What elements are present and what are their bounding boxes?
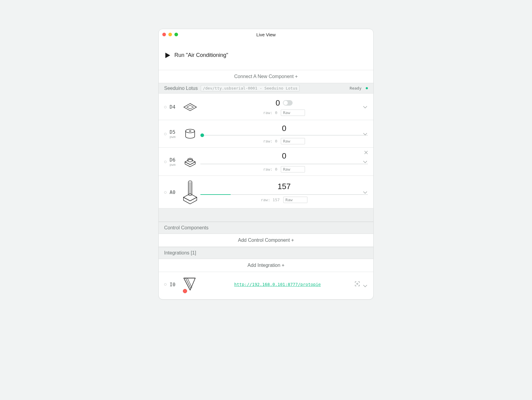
status-dot-red-icon bbox=[183, 289, 187, 293]
pin-value: 0 bbox=[276, 98, 280, 108]
app-window: Live View Run "Air Conditioning" Connect… bbox=[158, 29, 374, 300]
pin-label: D5 bbox=[170, 129, 180, 135]
svg-point-16 bbox=[357, 283, 358, 284]
pin-value: 0 bbox=[282, 124, 286, 133]
device-status: Ready bbox=[350, 86, 362, 90]
pin-track bbox=[200, 164, 368, 164]
window-zoom-icon[interactable] bbox=[174, 33, 178, 36]
window-close-icon[interactable] bbox=[162, 33, 166, 36]
integration-label: I0 bbox=[170, 282, 180, 287]
pin-label: D6 bbox=[170, 157, 180, 163]
pin-mode-select[interactable]: Raw bbox=[281, 138, 305, 144]
component-cylinder-icon bbox=[180, 128, 200, 140]
chevron-down-icon[interactable] bbox=[363, 189, 367, 195]
pin-value: 157 bbox=[277, 182, 290, 191]
pin-sublabel: pwm bbox=[170, 163, 180, 167]
add-control-component-button[interactable]: Add Control Component + bbox=[159, 234, 373, 247]
play-icon bbox=[165, 53, 170, 58]
pin-slider[interactable] bbox=[200, 135, 368, 136]
svg-marker-11 bbox=[183, 194, 197, 201]
add-integration-button[interactable]: Add Integration + bbox=[159, 259, 373, 272]
component-button-icon bbox=[180, 156, 200, 168]
integrations-header: Integrations [1] bbox=[159, 247, 373, 259]
pin-radio[interactable] bbox=[164, 191, 167, 194]
pin-mode-select[interactable]: Raw bbox=[281, 166, 305, 172]
integration-row-i0: I0 http://192.168.0.101:8777/protopie bbox=[159, 272, 373, 299]
window-title: Live View bbox=[159, 32, 373, 37]
spacer-band bbox=[159, 208, 373, 222]
svg-point-4 bbox=[189, 131, 191, 132]
svg-marker-1 bbox=[184, 103, 196, 111]
status-dot-icon bbox=[366, 87, 368, 89]
pin-mode-select[interactable]: Raw bbox=[283, 197, 307, 203]
pin-progress bbox=[200, 194, 368, 195]
svg-point-3 bbox=[186, 129, 195, 133]
pin-radio[interactable] bbox=[164, 106, 167, 108]
device-path[interactable]: /dev/tty.usbserial-0001 - Seeduino Lotus bbox=[201, 85, 300, 91]
svg-marker-0 bbox=[165, 53, 170, 58]
pin-raw: raw: 0 bbox=[263, 110, 277, 115]
window-minimize-icon[interactable] bbox=[168, 33, 172, 36]
pin-mode-select[interactable]: Raw bbox=[281, 110, 305, 116]
pin-row-d5: D5 pwm 0 raw: 0 Raw bbox=[159, 120, 373, 148]
pin-raw: raw: 0 bbox=[263, 167, 277, 172]
device-name: Seeduino Lotus bbox=[164, 86, 198, 91]
connect-component-button[interactable]: Connect A New Component + bbox=[159, 70, 373, 83]
chevron-down-icon[interactable] bbox=[363, 159, 367, 164]
control-components-header: Control Components bbox=[159, 222, 373, 234]
component-chip-icon bbox=[180, 103, 200, 111]
progress-fill bbox=[200, 194, 231, 195]
pin-row-d6: D6 pwm 0 raw: 0 Raw bbox=[159, 148, 373, 176]
pin-radio[interactable] bbox=[164, 161, 167, 163]
svg-marker-2 bbox=[187, 105, 193, 109]
close-icon[interactable] bbox=[364, 150, 368, 156]
pin-raw: raw: 0 bbox=[263, 139, 277, 143]
pin-label: A0 bbox=[170, 189, 180, 195]
pin-raw: raw: 157 bbox=[261, 198, 280, 202]
pin-sublabel: pwm bbox=[170, 135, 180, 139]
pin-row-a0: A0 157 raw: 157 Raw bbox=[159, 176, 373, 208]
component-joystick-icon bbox=[180, 180, 200, 205]
titlebar: Live View bbox=[159, 29, 373, 40]
slider-handle-icon[interactable] bbox=[200, 133, 204, 137]
scan-icon[interactable] bbox=[355, 281, 360, 288]
svg-point-9 bbox=[188, 159, 193, 162]
run-label: Run "Air Conditioning" bbox=[174, 52, 228, 58]
traffic-lights bbox=[162, 33, 178, 36]
chevron-down-icon[interactable] bbox=[363, 283, 367, 288]
pin-row-d4: D4 0 raw: 0 Raw bbox=[159, 93, 373, 120]
integration-url-link[interactable]: http://192.168.0.101:8777/protopie bbox=[200, 282, 355, 287]
integration-protopie-icon bbox=[180, 277, 200, 292]
device-header: Seeduino Lotus /dev/tty.usbserial-0001 -… bbox=[159, 83, 373, 93]
chevron-down-icon[interactable] bbox=[363, 131, 367, 136]
run-button[interactable]: Run "Air Conditioning" bbox=[159, 40, 373, 70]
integration-radio[interactable] bbox=[164, 283, 167, 286]
pin-radio[interactable] bbox=[164, 133, 167, 135]
pin-toggle[interactable] bbox=[283, 100, 293, 106]
pin-label: D4 bbox=[170, 104, 180, 110]
pin-value: 0 bbox=[282, 151, 286, 161]
chevron-down-icon[interactable] bbox=[363, 104, 367, 110]
